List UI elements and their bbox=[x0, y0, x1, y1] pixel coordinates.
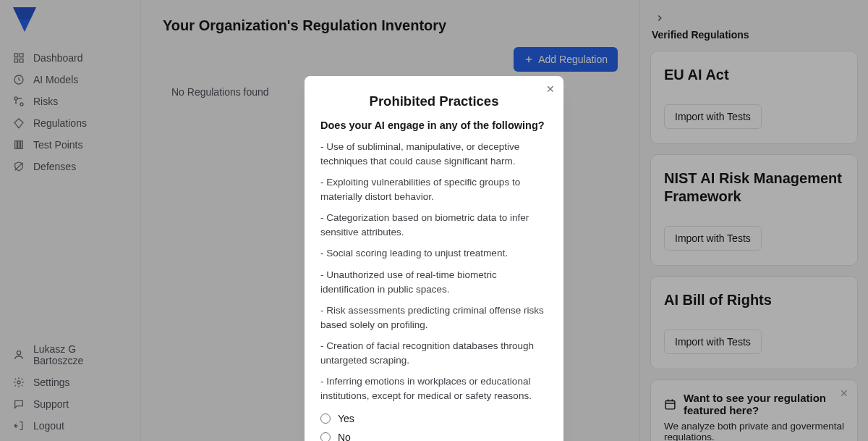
modal-question: Does your AI engage in any of the follow… bbox=[320, 119, 548, 131]
modal-list-item: - Unauthorized use of real-time biometri… bbox=[320, 268, 548, 296]
modal-list-item: - Categorization based on biometric data… bbox=[320, 211, 548, 239]
modal: ✕ Prohibited Practices Does your AI enga… bbox=[305, 76, 563, 441]
modal-list-item: - Use of subliminal, manipulative, or de… bbox=[320, 140, 548, 168]
modal-list-item: - Creation of facial recognition databas… bbox=[320, 339, 548, 367]
radio-no[interactable]: No bbox=[320, 432, 548, 441]
modal-overlay[interactable]: ✕ Prohibited Practices Does your AI enga… bbox=[0, 0, 868, 441]
radio-icon bbox=[320, 413, 331, 424]
modal-list-item: - Exploiting vulnerabilities of specific… bbox=[320, 175, 548, 203]
close-icon[interactable]: ✕ bbox=[546, 83, 555, 95]
modal-list-item: - Risk assessments predicting criminal o… bbox=[320, 303, 548, 332]
radio-label: Yes bbox=[338, 413, 354, 424]
modal-list-item: - Social scoring leading to unjust treat… bbox=[320, 246, 548, 261]
modal-list-item: - Inferring emotions in workplaces or ed… bbox=[320, 374, 548, 403]
radio-icon bbox=[320, 432, 331, 441]
radio-label: No bbox=[338, 432, 351, 441]
modal-list: - Use of subliminal, manipulative, or de… bbox=[320, 140, 548, 403]
radio-yes[interactable]: Yes bbox=[320, 413, 548, 424]
radio-group: Yes No bbox=[320, 413, 548, 441]
modal-title: Prohibited Practices bbox=[320, 93, 548, 109]
